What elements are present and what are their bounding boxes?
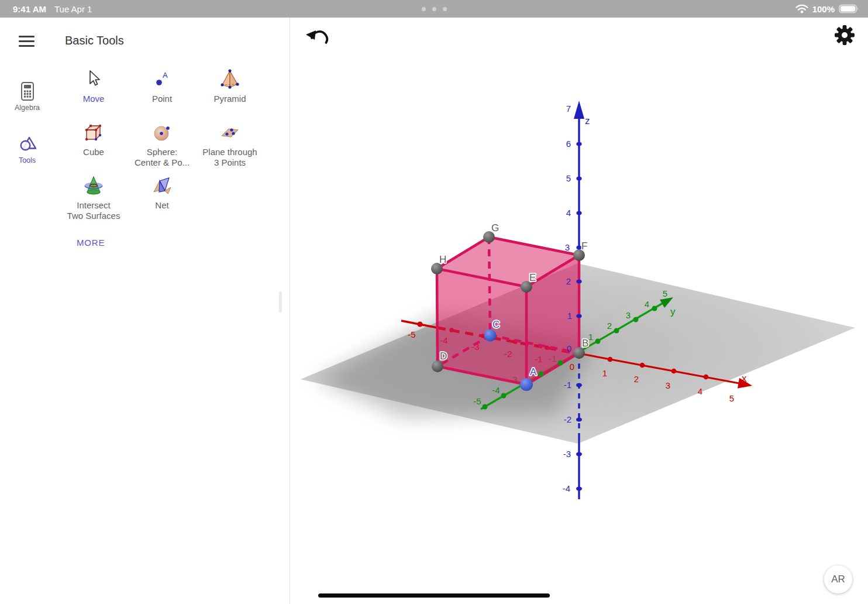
plane-3-points-icon xyxy=(218,121,242,145)
menu-icon[interactable] xyxy=(19,36,35,47)
tool-label: Move xyxy=(83,94,105,104)
tool-label-line2: 3 Points xyxy=(214,157,246,168)
y-tick-label: 4 xyxy=(645,299,649,309)
multitasking-dots-icon xyxy=(0,0,868,18)
z-tick-label: 7 xyxy=(566,104,571,114)
z-tick-label: -1 xyxy=(564,380,571,390)
sidebar-item-tools[interactable]: Tools xyxy=(0,133,54,164)
pyramid-icon xyxy=(218,68,242,91)
sidebar-item-label: Algebra xyxy=(15,104,40,112)
y-tick-label: 1 xyxy=(588,332,593,342)
tool-label: Sphere: xyxy=(147,147,178,157)
tool-net[interactable]: Net xyxy=(127,172,197,211)
tool-label-line2: Center & Po... xyxy=(135,157,190,168)
z-tick-label: -3 xyxy=(563,449,571,459)
battery-icon xyxy=(839,4,860,13)
undo-button[interactable] xyxy=(301,23,331,49)
panel-title: Basic Tools xyxy=(65,34,124,47)
point-label-g: G xyxy=(491,222,499,234)
tool-label: Cube xyxy=(83,147,104,157)
tool-move[interactable]: Move xyxy=(58,66,129,104)
y-tick-label: 3 xyxy=(626,310,631,320)
z-tick-label: 5 xyxy=(566,173,571,183)
geogebra-3d-app: -5 -4 -3 -2 -1 -1 -3 -4 -5 -1 -2 xyxy=(0,0,868,604)
z-tick-label: -4 xyxy=(563,483,570,493)
vertex-point-d[interactable] xyxy=(432,361,443,372)
vertex-point-b[interactable] xyxy=(573,347,585,359)
y-axis-label: y xyxy=(670,306,676,317)
z-tick-label: 4 xyxy=(566,208,571,218)
x-tick-label: -5 xyxy=(408,330,415,339)
y-tick-label: 2 xyxy=(607,321,612,331)
move-cursor-icon xyxy=(82,68,105,91)
point-icon: A xyxy=(150,68,174,91)
tool-plane-through-3-points[interactable]: Plane through 3 Points xyxy=(195,119,265,168)
tool-label: Plane through xyxy=(202,147,257,157)
nav-rail: Algebra Tools xyxy=(0,18,55,604)
vertex-point-a[interactable] xyxy=(520,378,533,391)
origin-label: 0 xyxy=(567,344,571,354)
tools-icon xyxy=(17,133,38,155)
tool-sphere[interactable]: Sphere: Center & Po... xyxy=(127,119,197,168)
ios-status-bar: 9:41 AM Tue Apr 1 100% xyxy=(0,0,868,18)
y-tick-label: 5 xyxy=(663,289,667,298)
cube-faces[interactable] xyxy=(437,237,579,385)
z-tick-label: 3 xyxy=(565,242,570,252)
tool-pyramid[interactable]: Pyramid xyxy=(195,66,265,104)
z-tick-label: -2 xyxy=(564,414,571,424)
ar-button-label: AR xyxy=(831,574,845,585)
point-label-e: E xyxy=(529,272,536,283)
sphere-icon xyxy=(150,121,174,145)
wifi-icon xyxy=(795,4,808,13)
tool-point[interactable]: A Point xyxy=(127,66,197,104)
settings-button[interactable] xyxy=(832,23,857,47)
calculator-icon xyxy=(17,81,38,102)
vertex-point-c[interactable] xyxy=(484,330,497,342)
home-indicator[interactable] xyxy=(318,593,550,598)
sidebar-item-label: Tools xyxy=(19,156,36,164)
x-axis-label: x xyxy=(742,373,747,384)
tool-label: Pyramid xyxy=(213,94,246,104)
z-tick-label: 6 xyxy=(566,139,571,149)
undo-icon xyxy=(301,23,331,49)
cube-icon xyxy=(82,121,105,145)
battery-percent: 100% xyxy=(812,4,835,14)
tool-label: Net xyxy=(155,200,168,211)
tool-intersect-two-surfaces[interactable]: Intersect Two Surfaces xyxy=(58,172,129,221)
x-tick-label: 5 xyxy=(729,393,734,403)
z-tick-label: 2 xyxy=(566,276,571,286)
y-tick-label: -4 xyxy=(492,385,500,395)
x-tick-label: 0 xyxy=(570,362,574,372)
point-label-f: F xyxy=(581,241,587,252)
tools-panel: Basic Tools Move A Point xyxy=(54,18,290,604)
panel-scrollbar[interactable] xyxy=(279,291,282,313)
y-tick-label: -5 xyxy=(473,396,481,406)
point-label-h: H xyxy=(439,254,446,265)
point-label-a: A xyxy=(530,366,537,378)
x-tick-label: 1 xyxy=(602,368,607,378)
more-tools-link[interactable]: MORE xyxy=(77,238,105,248)
x-tick-label: 4 xyxy=(698,386,702,396)
sidebar-item-algebra[interactable]: Algebra xyxy=(0,81,54,112)
ar-button[interactable]: AR xyxy=(824,565,852,593)
tool-label: Intersect xyxy=(77,200,111,211)
x-tick-label: 3 xyxy=(666,380,670,390)
point-label-d: D xyxy=(440,351,447,362)
point-label-c: C xyxy=(492,319,500,330)
net-icon xyxy=(150,174,174,198)
point-label-b: B xyxy=(582,338,588,349)
tool-label-line2: Two Surfaces xyxy=(67,211,120,221)
z-tick-label: 1 xyxy=(567,311,572,321)
svg-text:A: A xyxy=(163,71,168,80)
intersect-surfaces-icon xyxy=(82,174,105,198)
tool-cube[interactable]: Cube xyxy=(58,119,129,157)
gear-icon xyxy=(832,23,857,47)
x-tick-label: 2 xyxy=(634,374,639,384)
tool-label: Point xyxy=(152,94,172,104)
z-axis-label: z xyxy=(585,115,590,126)
